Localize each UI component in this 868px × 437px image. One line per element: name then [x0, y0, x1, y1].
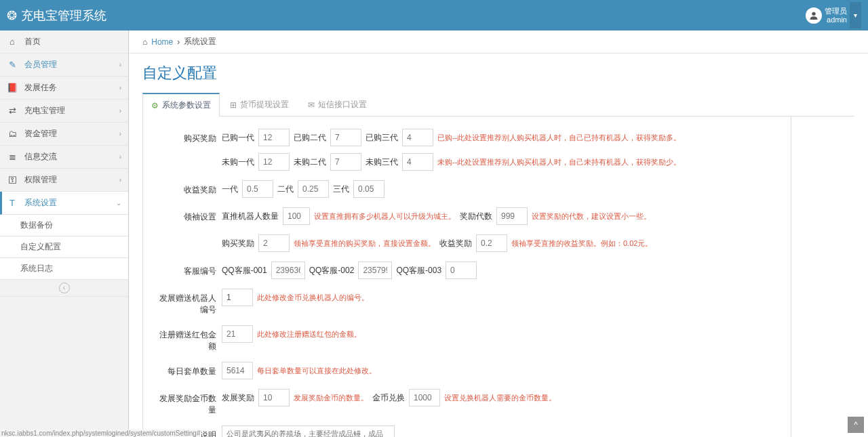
menu-icon: ⌂: [7, 37, 18, 47]
inp-reg-bonus[interactable]: [222, 325, 253, 343]
chevron-right-icon: ›: [119, 130, 121, 138]
sidebar: ⌂首页✎会员管理›📕发展任务›⇄充电宝管理›🗂资金管理›≣信息交流›⚿权限管理›…: [0, 30, 129, 437]
home-icon: ⌂: [142, 37, 147, 47]
breadcrumb: ⌂ Home › 系统设置: [129, 30, 868, 54]
breadcrumb-current: 系统设置: [184, 36, 216, 47]
chevron-right-icon: ›: [119, 84, 121, 91]
chevron-down-icon[interactable]: ▾: [850, 2, 861, 28]
inp-qq1[interactable]: [271, 262, 305, 279]
svg-point-0: [812, 12, 815, 15]
sidebar-subitem-1[interactable]: 自定义配置: [0, 236, 128, 258]
sidebar-item-4[interactable]: 🗂资金管理›: [0, 123, 128, 146]
navbar: ❂ 充电宝管理系统 管理员 admin ▾: [0, 0, 868, 30]
chevron-right-icon: ›: [119, 153, 121, 161]
status-bar-url: nksc.iabbs1.com/index.php/systemlogined/…: [0, 430, 201, 437]
inp-sy2[interactable]: [298, 180, 329, 198]
menu-icon: ⚿: [7, 175, 18, 185]
inp-wg3[interactable]: [402, 153, 433, 171]
menu-icon: T: [7, 198, 18, 208]
chevron-right-icon: ›: [119, 61, 121, 68]
inp-sy3[interactable]: [353, 180, 384, 198]
scroll-top-button[interactable]: ^: [848, 417, 864, 433]
inp-dev-robot[interactable]: [222, 289, 253, 306]
menu-icon: ≣: [7, 152, 18, 162]
tab-icon: ⊞: [230, 100, 237, 110]
sidebar-item-0[interactable]: ⌂首页: [0, 30, 128, 54]
breadcrumb-home[interactable]: Home: [151, 37, 173, 47]
tab-0[interactable]: ⚙系统参数设置: [142, 93, 220, 117]
inp-qq3[interactable]: [446, 262, 477, 279]
inp-yg2[interactable]: [330, 129, 361, 146]
tab-content: 购买奖励 已购一代 已购二代 已购三代 已购--此处设置推荐别人购买机器人时，自…: [142, 117, 791, 437]
ta-daily-desc[interactable]: [222, 425, 395, 437]
inp-yg3[interactable]: [402, 129, 433, 146]
inp-sy1[interactable]: [242, 180, 273, 198]
sidebar-item-6[interactable]: ⚿权限管理›: [0, 169, 128, 192]
inp-coin-exchange[interactable]: [409, 389, 440, 407]
inp-leader-profit[interactable]: [476, 234, 507, 252]
inp-leader-cnt[interactable]: [283, 207, 310, 225]
inp-dev-coin[interactable]: [258, 389, 290, 407]
chevron-right-icon: ›: [119, 176, 121, 184]
sidebar-item-3[interactable]: ⇄充电宝管理›: [0, 100, 128, 123]
sidebar-item-7[interactable]: T系统设置⌄: [0, 192, 128, 215]
inp-leader-buy[interactable]: [258, 234, 290, 252]
sidebar-subitem-2[interactable]: 系统日志: [0, 258, 128, 280]
inp-qq2[interactable]: [358, 262, 392, 279]
sidebar-item-5[interactable]: ≣信息交流›: [0, 146, 128, 169]
menu-icon: 📕: [7, 83, 18, 93]
leaf-icon: ❂: [7, 8, 17, 23]
tab-icon: ✉: [308, 100, 315, 110]
tab-icon: ⚙: [151, 101, 159, 110]
label-purchase-reward: 购买奖励: [154, 129, 222, 144]
menu-icon: 🗂: [7, 129, 18, 139]
sidebar-item-1[interactable]: ✎会员管理›: [0, 54, 128, 77]
menu-icon: ⇄: [7, 106, 18, 116]
avatar: [806, 7, 822, 24]
sidebar-collapse[interactable]: ‹: [0, 280, 128, 297]
tab-2[interactable]: ✉短信接口设置: [299, 93, 376, 116]
inp-daily-orders[interactable]: [222, 362, 253, 379]
chevron-down-icon: ⌄: [116, 199, 121, 207]
tab-1[interactable]: ⊞货币提现设置: [221, 93, 298, 116]
inp-wg2[interactable]: [330, 153, 361, 171]
inp-leader-gen[interactable]: [496, 207, 528, 225]
brand: ❂ 充电宝管理系统: [7, 7, 106, 24]
user-menu[interactable]: 管理员 admin ▾: [806, 2, 861, 28]
sidebar-subitem-0[interactable]: 数据备份: [0, 215, 128, 236]
page-title: 自定义配置: [142, 63, 854, 83]
chevron-right-icon: ›: [119, 107, 121, 115]
inp-yg1[interactable]: [258, 129, 290, 146]
sidebar-item-2[interactable]: 📕发展任务›: [0, 77, 128, 100]
tabs: ⚙系统参数设置⊞货币提现设置✉短信接口设置: [142, 93, 854, 117]
menu-icon: ✎: [7, 60, 18, 70]
inp-wg1[interactable]: [258, 153, 290, 171]
